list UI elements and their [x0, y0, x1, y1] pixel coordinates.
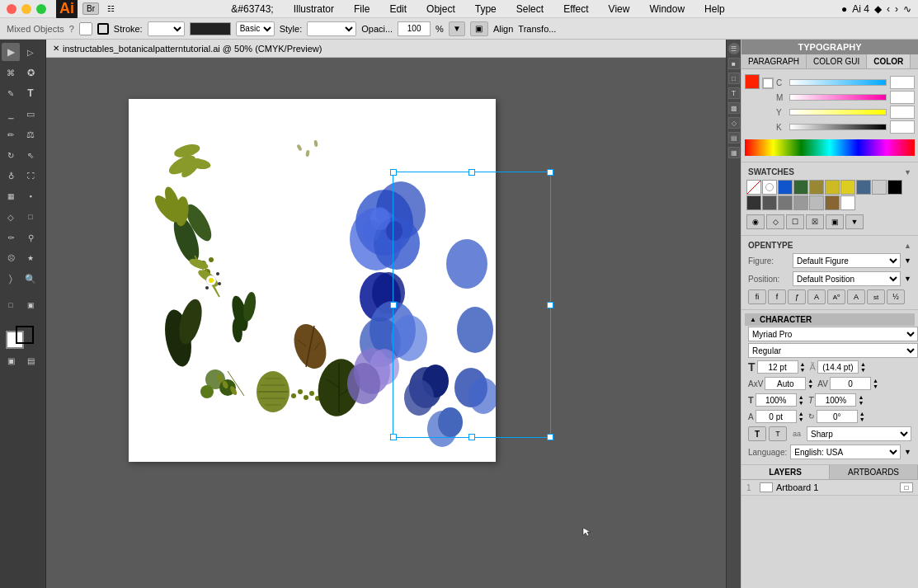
c-slider[interactable]: [789, 79, 887, 86]
blend-tool[interactable]: ☹: [2, 249, 20, 267]
bridge-logo[interactable]: Br: [82, 2, 99, 15]
swatch-none[interactable]: [746, 180, 761, 195]
panel-toggle-2[interactable]: ■: [728, 58, 740, 69]
menu-edit[interactable]: Edit: [386, 2, 410, 16]
rotate-tool[interactable]: ↻: [2, 146, 20, 164]
artboard-tool[interactable]: ▣: [21, 296, 40, 314]
canvas-container[interactable]: [46, 58, 726, 588]
delete-swatch[interactable]: ▣: [826, 214, 844, 229]
minimize-button[interactable]: [21, 4, 31, 14]
canvas-area[interactable]: ✕ instructables_botanicalpatterntutorial…: [46, 40, 726, 588]
full-screen-mode[interactable]: ▤: [21, 351, 40, 369]
antialiasing-select[interactable]: Sharp: [807, 426, 911, 441]
style-select[interactable]: [307, 21, 356, 36]
m-input[interactable]: [890, 91, 915, 104]
swatch-dark1[interactable]: [746, 195, 761, 210]
layer-visibility[interactable]: [760, 482, 773, 492]
document-tab[interactable]: ✕ instructables_botanicalpatterntutorial…: [46, 40, 726, 58]
opacity-options[interactable]: ▼: [449, 21, 465, 36]
hand-tool[interactable]: 〉: [2, 270, 20, 288]
warp-tool[interactable]: ♁: [2, 167, 20, 185]
paint-bucket-tool[interactable]: ⚲: [21, 228, 40, 247]
close-button[interactable]: [7, 4, 16, 14]
symbol-sprayer[interactable]: ★: [21, 249, 40, 267]
leading-input[interactable]: [817, 360, 859, 374]
pencil-tool[interactable]: ✏: [2, 125, 20, 143]
swatch-menu[interactable]: ▼: [845, 214, 864, 229]
stroke-value-select[interactable]: [148, 21, 185, 36]
panel-toggle-7[interactable]: ▤: [728, 132, 740, 143]
panel-toggle-6[interactable]: ◇: [728, 117, 740, 129]
nav-back[interactable]: ‹: [887, 3, 890, 15]
panel-toggle-1[interactable]: ☰: [728, 43, 740, 54]
pen-tool[interactable]: ✎: [2, 84, 20, 102]
ligature-icon[interactable]: fi: [748, 289, 766, 304]
scale-tool[interactable]: ⇖: [21, 146, 40, 164]
fill-btn[interactable]: [79, 22, 92, 35]
type-tool[interactable]: T: [21, 84, 40, 102]
stroke-style-select[interactable]: Basic: [236, 21, 275, 36]
menu-view[interactable]: View: [605, 2, 633, 16]
swatch-green1[interactable]: [793, 180, 808, 195]
line-tool[interactable]: ⎯: [2, 105, 20, 123]
menu-select[interactable]: Select: [513, 2, 547, 16]
tracking-stepper[interactable]: ▲ ▼: [873, 378, 881, 389]
hscale-input[interactable]: [756, 393, 797, 407]
workspace-btn[interactable]: ☷: [107, 4, 115, 13]
titling-icon[interactable]: Aº: [827, 289, 845, 304]
swatch-white[interactable]: [840, 195, 855, 210]
swatch-gray1[interactable]: [778, 195, 793, 210]
handle-top-right[interactable]: [547, 169, 553, 176]
zoom-tool[interactable]: 🔍: [21, 270, 40, 288]
kerning-stepper[interactable]: ▲ ▼: [807, 378, 816, 389]
maximize-button[interactable]: [36, 4, 46, 14]
opacity-input[interactable]: 100: [398, 21, 431, 36]
swatch-yellow1[interactable]: [825, 180, 840, 195]
discretionary-icon[interactable]: f: [768, 289, 786, 304]
m-slider[interactable]: [789, 94, 887, 101]
normal-mode[interactable]: ▣: [2, 351, 20, 369]
lasso-tool[interactable]: ⌘: [2, 64, 20, 82]
swatch-black[interactable]: [887, 180, 902, 195]
tab-color[interactable]: COLOR: [867, 54, 911, 68]
language-select[interactable]: English: USA: [790, 445, 901, 459]
c-input[interactable]: [890, 76, 915, 89]
swatches-collapse[interactable]: ▼: [904, 168, 911, 176]
direct-select-tool[interactable]: ▷: [21, 43, 40, 61]
new-swatch[interactable]: ◇: [766, 214, 784, 229]
swatches-header[interactable]: SWATCHES ▼: [745, 166, 915, 178]
y-input[interactable]: [890, 106, 915, 119]
swatch-gray2[interactable]: [793, 195, 808, 210]
new-color-group[interactable]: ◉: [746, 214, 765, 229]
tab-layers[interactable]: LAYERS: [741, 465, 830, 479]
layer-page-icon[interactable]: □: [900, 482, 913, 492]
opentype-collapse[interactable]: ▲: [904, 242, 911, 250]
y-slider[interactable]: [789, 109, 887, 115]
contextual-icon[interactable]: A: [847, 289, 865, 304]
swatch-yellow2[interactable]: [840, 180, 855, 195]
menu-apple[interactable]: &#63743;: [228, 2, 276, 16]
swatch-blue1[interactable]: [778, 180, 793, 195]
rotation-stepper[interactable]: ▲ ▼: [859, 411, 868, 422]
tab-artboards[interactable]: ARTBOARDS: [830, 465, 918, 479]
magic-wand-tool[interactable]: ✪: [21, 64, 40, 82]
tracking-input[interactable]: [830, 377, 871, 390]
rotation-input[interactable]: [817, 410, 858, 423]
all-caps-btn[interactable]: T: [748, 426, 766, 441]
swatch-brown[interactable]: [825, 195, 840, 210]
mesh-tool[interactable]: □: [21, 208, 40, 226]
opentype-header[interactable]: OPENTYPE ▲: [745, 239, 915, 252]
font-size-input[interactable]: [757, 360, 798, 374]
leading-stepper[interactable]: ▲ ▼: [860, 361, 869, 373]
rect-tool[interactable]: ▭: [21, 105, 40, 123]
small-caps-btn[interactable]: T: [769, 426, 787, 441]
menu-type[interactable]: Type: [472, 2, 500, 16]
swatch-gray3[interactable]: [809, 195, 824, 210]
stroke-color-box[interactable]: [16, 326, 34, 344]
swatch-blue2[interactable]: [856, 180, 871, 195]
panel-toggle-4[interactable]: T: [728, 87, 740, 99]
ordinal-icon[interactable]: st: [867, 289, 885, 304]
layer-row-1[interactable]: 1 Artboard 1 □: [741, 480, 918, 496]
menu-help[interactable]: Help: [701, 2, 728, 16]
swatch-dark2[interactable]: [762, 195, 777, 210]
